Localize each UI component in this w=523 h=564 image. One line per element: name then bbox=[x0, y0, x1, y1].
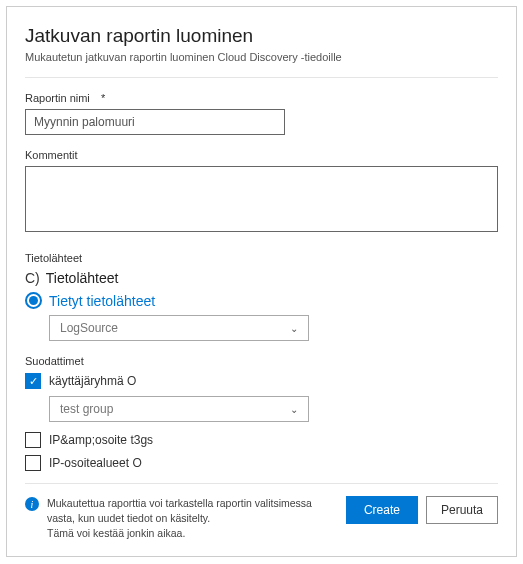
user-group-select[interactable]: test group ⌄ bbox=[49, 396, 309, 422]
info-text: Mukautettua raporttia voi tarkastella ra… bbox=[47, 496, 334, 542]
comment-label: Kommentit bbox=[25, 149, 498, 161]
filters-label: Suodattimet bbox=[25, 355, 498, 367]
ip-ranges-checkbox-row[interactable]: IP-osoitealueet O bbox=[25, 455, 498, 471]
report-name-label: Raportin nimi * bbox=[25, 92, 498, 104]
radio-specific-label: Tietyt tietolähteet bbox=[49, 293, 155, 309]
info-line2: Tämä voi kestää jonkin aikaa. bbox=[47, 526, 334, 541]
info-icon: i bbox=[25, 497, 39, 511]
comment-textarea[interactable] bbox=[25, 166, 498, 232]
info-line1: Mukautettua raporttia voi tarkastella ra… bbox=[47, 496, 334, 526]
ip-ranges-label: IP-osoitealueet O bbox=[49, 456, 142, 470]
dialog-footer: i Mukautettua raporttia voi tarkastella … bbox=[25, 483, 498, 542]
radio-all-sources[interactable]: C) Tietolähteet bbox=[25, 270, 498, 286]
select-value: LogSource bbox=[60, 321, 118, 335]
chevron-down-icon: ⌄ bbox=[290, 323, 298, 334]
footer-buttons: Create Peruuta bbox=[346, 496, 498, 524]
user-group-checkbox-row[interactable]: ✓ käyttäjäryhmä O bbox=[25, 373, 498, 389]
cancel-button[interactable]: Peruuta bbox=[426, 496, 498, 524]
create-report-dialog: Jatkuvan raportin luominen Mukautetun ja… bbox=[6, 6, 517, 557]
radio-selected-icon bbox=[25, 292, 42, 309]
required-star: * bbox=[101, 92, 105, 104]
checkbox-icon bbox=[25, 455, 41, 471]
log-source-select[interactable]: LogSource ⌄ bbox=[49, 315, 309, 341]
divider bbox=[25, 77, 498, 78]
dialog-title: Jatkuvan raportin luominen bbox=[25, 25, 498, 47]
radio-specific-sources[interactable]: Tietyt tietolähteet bbox=[25, 292, 498, 309]
sources-label: Tietolähteet bbox=[25, 252, 498, 264]
create-button[interactable]: Create bbox=[346, 496, 418, 524]
checkbox-checked-icon: ✓ bbox=[25, 373, 41, 389]
ip-tags-label: IP&amp;osoite t3gs bbox=[49, 433, 153, 447]
radio-prefix: C) bbox=[25, 270, 40, 286]
report-name-input[interactable] bbox=[25, 109, 285, 135]
label-text: Raportin nimi bbox=[25, 92, 90, 104]
select-value: test group bbox=[60, 402, 113, 416]
checkbox-icon bbox=[25, 432, 41, 448]
dialog-subtitle: Mukautetun jatkuvan raportin luominen Cl… bbox=[25, 51, 498, 63]
radio-all-label: Tietolähteet bbox=[46, 270, 119, 286]
ip-tags-checkbox-row[interactable]: IP&amp;osoite t3gs bbox=[25, 432, 498, 448]
user-group-label: käyttäjäryhmä O bbox=[49, 374, 136, 388]
chevron-down-icon: ⌄ bbox=[290, 404, 298, 415]
